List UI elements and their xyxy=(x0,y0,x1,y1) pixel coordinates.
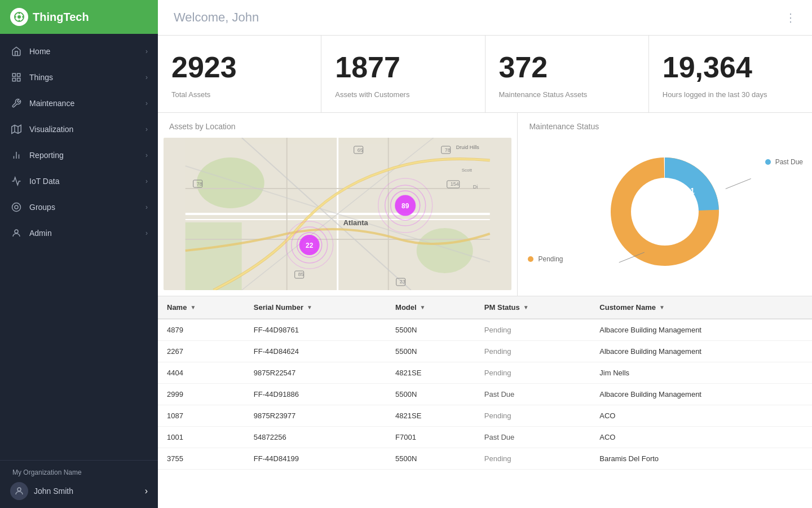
table-row: 4404 9875R22547 4821SE Pending Jim Nells xyxy=(158,362,812,384)
stat-card-total-assets: 2923 Total Assets xyxy=(158,36,321,112)
svg-rect-4 xyxy=(12,78,15,81)
svg-text:Druid Hills: Druid Hills xyxy=(456,144,480,150)
table-row: 1087 9875R23977 4821SE Pending ACO xyxy=(158,405,812,427)
sidebar-item-visualization[interactable]: Visualization › xyxy=(0,116,158,142)
sidebar-item-reporting[interactable]: Reporting › xyxy=(0,142,158,168)
sidebar-item-iot-data[interactable]: IoT Data › xyxy=(0,168,158,194)
svg-text:78: 78 xyxy=(445,147,451,153)
legend-pastdue: Past Due xyxy=(765,158,803,166)
sort-model-icon: ▼ xyxy=(420,304,426,310)
cell-customer: Baramis Del Forto xyxy=(590,448,812,470)
donut-chart-title: Maintenance Status xyxy=(518,113,812,135)
admin-icon xyxy=(10,227,23,239)
cell-name: 4404 xyxy=(158,362,245,384)
col-name[interactable]: Name ▼ xyxy=(158,296,245,319)
user-row[interactable]: John Smith › xyxy=(10,482,148,500)
logo-icon xyxy=(10,8,28,26)
cell-customer: ACO xyxy=(590,405,812,427)
legend-pastdue-dot xyxy=(765,159,771,165)
chevron-right-icon-5: › xyxy=(145,151,148,159)
cell-pm-status: Pending xyxy=(475,319,590,341)
sidebar-item-groups[interactable]: Groups › xyxy=(0,194,158,220)
cell-customer: ACO xyxy=(590,427,812,448)
chart-icon xyxy=(10,149,23,161)
svg-text:85: 85 xyxy=(298,271,304,277)
col-serial[interactable]: Serial Number ▼ xyxy=(245,296,386,319)
main-content: Welcome, John ⋮ 2923 Total Assets 1877 A… xyxy=(158,0,812,508)
sidebar-item-reporting-label: Reporting xyxy=(29,151,139,160)
svg-rect-3 xyxy=(17,73,20,76)
legend-pending: Pending xyxy=(528,255,563,263)
col-model[interactable]: Model ▼ xyxy=(386,296,475,319)
sidebar-item-home[interactable]: Home › xyxy=(0,38,158,64)
legend-pending-label: Pending xyxy=(538,255,563,263)
cell-model: 5500N xyxy=(386,341,475,362)
col-customer[interactable]: Customer Name ▼ xyxy=(590,296,812,319)
cell-name: 1001 xyxy=(158,427,245,448)
cell-name: 2999 xyxy=(158,384,245,405)
cell-customer: Jim Nells xyxy=(590,362,812,384)
svg-rect-2 xyxy=(12,73,15,76)
col-serial-label: Serial Number xyxy=(254,303,303,312)
user-name: John Smith xyxy=(34,487,139,496)
cell-model: 4821SE xyxy=(386,405,475,427)
donut-legend: Past Due xyxy=(765,158,803,166)
cell-customer: Albacore Building Management xyxy=(590,341,812,362)
menu-dots-button[interactable]: ⋮ xyxy=(785,11,796,24)
chevron-right-icon-3: › xyxy=(145,99,148,107)
cell-pm-status: Pending xyxy=(475,448,590,470)
table-body: 4879 FF-44D98761 5500N Pending Albacore … xyxy=(158,319,812,470)
cell-serial: 9875R23977 xyxy=(245,405,386,427)
svg-rect-5 xyxy=(17,78,20,81)
svg-text:91: 91 xyxy=(686,186,695,195)
svg-text:Di: Di xyxy=(473,184,478,190)
groups-icon xyxy=(10,201,23,213)
sidebar-item-admin[interactable]: Admin › xyxy=(0,220,158,246)
svg-text:89: 89 xyxy=(401,202,409,210)
sidebar-item-maintenance[interactable]: Maintenance › xyxy=(0,90,158,116)
map-chart-card: Assets by Location xyxy=(158,113,518,296)
cell-serial: FF-44D91886 xyxy=(245,384,386,405)
assets-table: Name ▼ Serial Number ▼ Model ▼ xyxy=(158,296,812,470)
sidebar-item-home-label: Home xyxy=(29,47,139,56)
cell-customer: Albacore Building Management xyxy=(590,384,812,405)
col-pm-status[interactable]: PM Status ▼ xyxy=(475,296,590,319)
org-name: My Organization Name xyxy=(10,468,148,476)
map-chart-title: Assets by Location xyxy=(158,113,517,135)
logo-text: ThingTech xyxy=(33,11,89,24)
svg-text:Atlanta: Atlanta xyxy=(343,218,369,227)
svg-point-1 xyxy=(17,15,21,19)
chevron-right-icon-6: › xyxy=(145,177,148,185)
logo[interactable]: ThingTech xyxy=(0,0,158,34)
cell-name: 3755 xyxy=(158,448,245,470)
stat-total-assets-label: Total Assets xyxy=(171,90,307,99)
cell-serial: 9875R22547 xyxy=(245,362,386,384)
sort-name-icon: ▼ xyxy=(190,304,196,310)
sidebar-item-things[interactable]: Things › xyxy=(0,64,158,90)
sidebar: ThingTech Home › Things › Maintenance › xyxy=(0,0,158,508)
table-header-row: Name ▼ Serial Number ▼ Model ▼ xyxy=(158,296,812,319)
cell-pm-status: Pending xyxy=(475,405,590,427)
cell-model: F7001 xyxy=(386,427,475,448)
svg-text:Scott: Scott xyxy=(462,168,473,173)
sidebar-item-iot-label: IoT Data xyxy=(29,177,139,186)
sidebar-footer: My Organization Name John Smith › xyxy=(0,460,158,508)
donut-container: 91 281 Past Due Pending xyxy=(518,135,812,288)
cell-model: 4821SE xyxy=(386,362,475,384)
sidebar-item-groups-label: Groups xyxy=(29,203,139,212)
avatar xyxy=(10,482,28,500)
table-row: 4879 FF-44D98761 5500N Pending Albacore … xyxy=(158,319,812,341)
svg-text:154: 154 xyxy=(451,181,459,187)
cell-name: 4879 xyxy=(158,319,245,341)
svg-point-14 xyxy=(15,230,18,233)
donut-svg: 91 281 xyxy=(603,150,727,274)
wrench-icon xyxy=(10,97,23,110)
stat-hours-logged-label: Hours logged in the last 30 days xyxy=(663,90,798,99)
home-icon xyxy=(10,45,23,58)
svg-text:281: 281 xyxy=(650,230,664,239)
donut-chart-card: Maintenance Status 91 281 xyxy=(518,113,812,296)
col-pm-status-label: PM Status xyxy=(484,303,520,312)
sort-customer-icon: ▼ xyxy=(659,304,665,310)
col-model-label: Model xyxy=(395,303,417,312)
user-chevron-icon: › xyxy=(145,486,148,496)
